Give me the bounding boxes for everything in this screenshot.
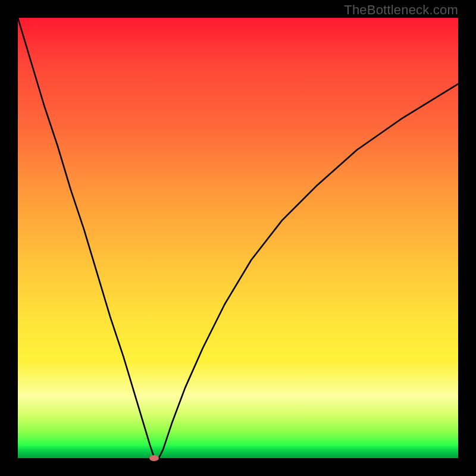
curve-path — [18, 18, 458, 458]
watermark-label: TheBottleneck.com — [344, 2, 458, 18]
chart-frame: TheBottleneck.com — [0, 0, 476, 476]
bottleneck-curve — [18, 18, 458, 458]
optimal-point-marker — [149, 455, 159, 461]
plot-area — [18, 18, 458, 458]
